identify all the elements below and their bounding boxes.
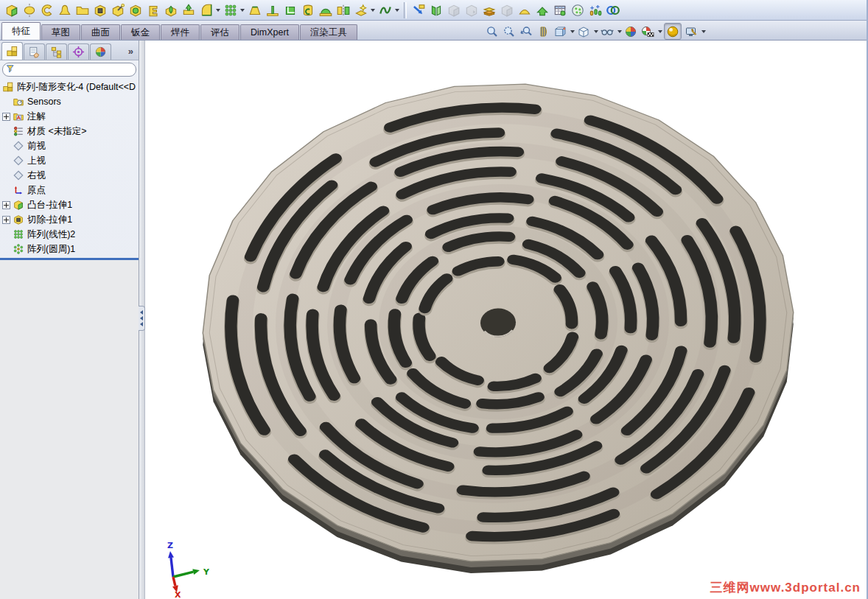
dropdown-arrow-icon[interactable] xyxy=(701,30,706,33)
dropdown-arrow-icon[interactable] xyxy=(658,30,662,33)
filter-input[interactable] xyxy=(2,63,136,77)
boundary-boss-icon[interactable] xyxy=(74,1,91,19)
svg-text:A: A xyxy=(17,115,21,121)
feature-manager-panel: » 阵列-随形变化-4 (Default<<DSensorsA注解材质 <未指定… xyxy=(0,41,139,599)
intersect-icon[interactable] xyxy=(533,1,551,19)
tree-item[interactable]: A注解 xyxy=(0,109,139,124)
design-study-icon[interactable] xyxy=(587,1,604,19)
tree-item[interactable]: 阵列-随形变化-4 (Default<<D xyxy=(0,80,139,94)
zoom-to-fit-icon[interactable] xyxy=(485,24,500,39)
tab-DimXpert[interactable]: DimXpert xyxy=(240,24,299,40)
tree-item-label: 阵列(圆周)1 xyxy=(27,243,75,256)
featuremanager-tab[interactable] xyxy=(1,42,23,60)
draft-icon[interactable] xyxy=(246,1,264,19)
dropdown-arrow-icon[interactable] xyxy=(395,9,399,12)
collapse-arrow-icon xyxy=(140,322,143,326)
tab-渲染工具[interactable]: 渲染工具 xyxy=(300,24,357,40)
tree-item[interactable]: 前视 xyxy=(0,139,139,153)
solidworks-window: 特征草图曲面钣金焊件评估DimXpert渲染工具 » 阵列-随形变化-4 (De… xyxy=(0,0,868,599)
tree-item-label: 前视 xyxy=(27,140,46,153)
realview-graphics-icon[interactable] xyxy=(664,23,682,40)
dimxpertmanager-tab[interactable] xyxy=(68,43,89,60)
swept-boss-icon[interactable] xyxy=(38,1,56,19)
rib-icon[interactable] xyxy=(264,1,281,19)
dropdown-arrow-icon[interactable] xyxy=(617,30,622,33)
panel-splitter[interactable] xyxy=(139,41,145,599)
tree-item[interactable]: 右视 xyxy=(0,168,139,183)
expand-toggle[interactable] xyxy=(2,216,10,224)
zoom-to-area-icon[interactable] xyxy=(502,24,517,39)
graphics-viewport[interactable]: ZYX 三维网www.3dportal.cn xyxy=(145,41,867,599)
feature-statistics-icon[interactable] xyxy=(551,1,569,19)
expand-toggle[interactable] xyxy=(2,113,10,121)
expand-toggle[interactable] xyxy=(2,201,10,209)
design-table-icon[interactable] xyxy=(480,1,498,19)
section-view-icon[interactable] xyxy=(536,24,550,39)
displaymanager-tab[interactable] xyxy=(90,43,111,60)
lofted-boss-icon[interactable] xyxy=(56,1,74,19)
panel-collapse-handle[interactable] xyxy=(139,306,145,331)
tab-焊件[interactable]: 焊件 xyxy=(161,24,200,40)
more-tabs-chevron[interactable]: » xyxy=(128,46,137,60)
fillet-icon[interactable] xyxy=(197,1,215,19)
camera-settings-icon[interactable] xyxy=(684,24,699,39)
configurationmanager-tab[interactable] xyxy=(46,43,67,60)
lofted-cut-icon[interactable] xyxy=(162,1,180,19)
display-style-icon[interactable] xyxy=(576,24,591,39)
extruded-boss-icon[interactable] xyxy=(3,1,21,19)
revolved-cut-icon[interactable] xyxy=(127,1,144,19)
propertymanager-tab[interactable] xyxy=(24,43,45,60)
filter-funnel-icon xyxy=(6,63,15,77)
tree-item-label: 原点 xyxy=(27,184,46,197)
suppress-icon xyxy=(445,1,463,19)
curves-icon[interactable] xyxy=(377,1,394,19)
previous-view-icon[interactable] xyxy=(519,24,533,39)
indent-icon[interactable] xyxy=(516,1,533,19)
freeform-icon[interactable] xyxy=(427,1,445,19)
dropdown-arrow-icon[interactable] xyxy=(371,9,375,12)
extruded-cut-icon[interactable] xyxy=(91,1,109,19)
linear-pattern-icon[interactable] xyxy=(222,1,239,19)
wrap-icon[interactable] xyxy=(299,1,317,19)
feature-tree: 阵列-随形变化-4 (Default<<DSensorsA注解材质 <未指定>前… xyxy=(0,77,139,256)
tree-item[interactable]: 切除-拉伸1 xyxy=(0,212,139,227)
tab-曲面[interactable]: 曲面 xyxy=(81,24,120,40)
tree-item[interactable]: 阵列(圆周)1 xyxy=(0,242,139,256)
tree-item[interactable]: 凸台-拉伸1 xyxy=(0,197,139,212)
tree-item[interactable]: 原点 xyxy=(0,183,139,197)
hole-wizard-icon[interactable] xyxy=(109,1,127,19)
instant3d-icon[interactable] xyxy=(410,1,427,19)
tab-特征[interactable]: 特征 xyxy=(1,22,41,40)
dropdown-arrow-icon[interactable] xyxy=(594,30,598,33)
tree-item[interactable]: 上视 xyxy=(0,153,139,168)
tree-item-label: 凸台-拉伸1 xyxy=(27,199,72,211)
tree-item-label: 右视 xyxy=(27,169,46,182)
revolved-boss-icon[interactable] xyxy=(21,1,38,19)
tree-item[interactable]: Sensors xyxy=(0,94,139,109)
tab-钣金[interactable]: 钣金 xyxy=(121,24,160,40)
tab-草图[interactable]: 草图 xyxy=(41,24,80,40)
tree-item[interactable]: 阵列(线性)2 xyxy=(0,227,139,242)
panel-lower-area xyxy=(0,260,139,599)
toolbar-separator xyxy=(404,2,407,18)
material-web-icon[interactable] xyxy=(569,1,587,19)
dropdown-arrow-icon[interactable] xyxy=(216,9,220,12)
shell-icon[interactable] xyxy=(281,1,299,19)
view-orientation-icon[interactable] xyxy=(553,24,567,39)
tree-item-label: 上视 xyxy=(27,155,46,167)
part-model-grate[interactable]: ZYX xyxy=(145,41,867,599)
dropdown-arrow-icon[interactable] xyxy=(570,30,575,33)
hide-show-items-icon[interactable] xyxy=(600,24,615,39)
apply-scene-icon[interactable] xyxy=(640,24,655,39)
mirror-icon[interactable] xyxy=(335,1,352,19)
tree-item[interactable]: 材质 <未指定> xyxy=(0,124,139,139)
swept-cut-icon[interactable] xyxy=(144,1,162,19)
mate-reference-icon[interactable] xyxy=(604,1,622,19)
tab-评估[interactable]: 评估 xyxy=(200,24,239,40)
edit-appearance-icon[interactable] xyxy=(623,24,638,39)
dropdown-arrow-icon[interactable] xyxy=(240,9,245,12)
boundary-cut-icon[interactable] xyxy=(180,1,197,19)
reference-geometry-icon[interactable] xyxy=(352,1,370,19)
dome-icon[interactable] xyxy=(317,1,335,19)
collapse-arrow-icon xyxy=(140,316,143,320)
